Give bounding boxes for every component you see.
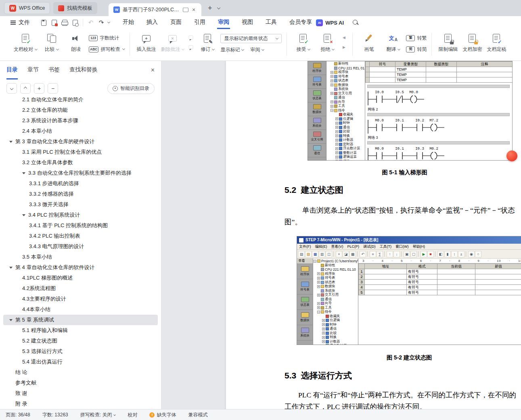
body-text-line[interactable]: 工作方式下，PLC 进行调试的操作方法不同。	[285, 402, 426, 409]
tab-wps-home[interactable]: W WPS Office	[4, 2, 50, 14]
menu-item[interactable]: 工具	[265, 16, 278, 29]
section-heading-5-3[interactable]: 5.3 选择运行方式	[285, 370, 352, 381]
body-text-line[interactable]: PLC 有“运行”和“停止”两种工作方式。在不同的工作方式下，在不同的	[298, 390, 516, 400]
export-pdf-icon[interactable]	[49, 18, 59, 27]
tab-template-store[interactable]: 找稿壳模板	[53, 2, 97, 14]
toc-item[interactable]: 3.2 立体仓库具体参数	[3, 157, 158, 168]
undo-icon[interactable]: ↶	[86, 18, 96, 27]
finalize-doc-button[interactable]: ✓ 文档定稿	[485, 32, 508, 54]
toc-item[interactable]: 4.4本章小结	[3, 304, 158, 315]
zoom-in-button[interactable]: +	[34, 83, 44, 94]
insert-comment-button[interactable]: + 插入批注	[135, 32, 157, 54]
toc-item[interactable]: 4.3主要程序的设计	[3, 294, 158, 304]
print-icon[interactable]	[60, 18, 69, 27]
close-sidebar-icon[interactable]: ×	[151, 67, 155, 74]
toc-item[interactable]: 第 4 章自动化立体仓库的软件设计	[3, 262, 158, 273]
print-preview-icon[interactable]	[70, 18, 80, 27]
restrict-edit-button[interactable]: 限制编辑	[437, 32, 459, 54]
menu-item[interactable]: 会员专享	[289, 16, 313, 29]
translate-button[interactable]: 文A 翻译	[382, 32, 404, 54]
smart-toc-button[interactable]: 智能识别目录	[107, 83, 155, 94]
body-text-line[interactable]: 图”。	[285, 217, 302, 227]
tab-list-chevron-icon[interactable]	[218, 3, 220, 10]
markup-state-select[interactable]: 显示标记的最终状态	[220, 34, 282, 43]
toc-item[interactable]: 3.4.2 PLC 输出控制表	[3, 231, 158, 241]
menu-item[interactable]: 审阅	[217, 16, 230, 29]
new-tab-button[interactable]: +	[208, 4, 212, 13]
toc-item[interactable]: 3.1 采用 PLC 控制立体仓库的优点	[3, 147, 158, 157]
zoom-out-button[interactable]: −	[48, 83, 58, 94]
tab-document-active[interactable]: W 基于西门子S7-200PLC的智能 ×	[109, 3, 201, 16]
spell-check-status[interactable]: 拼写检查: 关闭	[80, 412, 116, 418]
figure-caption[interactable]: 图 5-2 建立状态图	[297, 354, 521, 361]
document-page[interactable]: 程序块 符号表 状态表	[226, 61, 521, 409]
encrypt-doc-button[interactable]: 文档加密	[461, 32, 483, 54]
toc-item[interactable]: 4.1PLC 梯形图的概述	[3, 273, 158, 283]
toc-item[interactable]: 致 谢	[3, 388, 158, 399]
previous-revision-icon[interactable]: ◀	[340, 34, 347, 40]
next-comment-icon[interactable]	[187, 44, 195, 50]
file-menu-button[interactable]: 文件	[6, 19, 35, 26]
toc-item[interactable]: 结 论	[3, 367, 158, 378]
spell-check-button[interactable]: ABC 拼写检查	[89, 45, 125, 53]
previous-comment-icon[interactable]	[187, 34, 195, 40]
toc-item[interactable]: 2.2 立体仓库的功能	[3, 105, 158, 115]
menu-item[interactable]: 引用	[193, 16, 206, 29]
toc-item[interactable]: 参考文献	[3, 378, 158, 388]
toc-item[interactable]: 5.2 建立状态图	[3, 336, 158, 346]
compare-button[interactable]: 比较	[40, 32, 63, 54]
toc-item[interactable]: 5.3 选择运行方式	[3, 346, 158, 357]
menu-item[interactable]: 开始	[122, 16, 135, 29]
toc-item[interactable]: 3.3.2 传感器的选择	[3, 189, 158, 199]
proofread-button[interactable]: 校对	[128, 412, 137, 418]
toc-item[interactable]: 5.1 程序输入和编辑	[3, 325, 158, 336]
collapse-all-button[interactable]	[20, 83, 31, 94]
redo-icon[interactable]: ↷	[96, 18, 106, 27]
show-markup-button[interactable]: 显示标记	[220, 46, 244, 53]
section-heading-5-2[interactable]: 5.2 建立状态图	[285, 184, 343, 196]
word-count-indicator[interactable]: 字数: 13263	[42, 412, 68, 418]
toc-item[interactable]: 3.4.3 电气原理图的设计	[3, 241, 158, 252]
track-changes-button[interactable]: ✎ 修订	[196, 32, 219, 54]
toc-item[interactable]: 3.4.1 基于 PLC 控制系统的结构图	[3, 220, 158, 231]
search-icon[interactable]	[353, 20, 359, 26]
toc-item[interactable]: 3.3.1 步进电机的选择	[3, 178, 158, 189]
sidebar-tab[interactable]: 目录	[6, 61, 18, 79]
wps-ai-button[interactable]: AI WPS AI	[316, 19, 344, 26]
missing-font-warning[interactable]: !缺失字体	[149, 412, 176, 418]
next-revision-icon[interactable]: ▶	[340, 44, 347, 50]
toc-item[interactable]: 4.2系统流程图	[3, 283, 158, 294]
toc-item[interactable]: 第 3 章自动化立体仓库的硬件设计	[3, 136, 158, 147]
figure-caption[interactable]: 图 5-1 输入梯形图	[297, 169, 513, 176]
read-aloud-button[interactable]: 朗读	[65, 32, 87, 54]
sidebar-tab[interactable]: 书签	[48, 61, 60, 79]
menu-item[interactable]: 插入	[146, 16, 159, 29]
notification-badge[interactable]	[506, 150, 517, 161]
page-indicator[interactable]: 页面: 36/48	[6, 412, 30, 418]
body-text-line[interactable]: 单击浏览条上的“状态图”按钮，执行菜单命令“监视”－“元件”－“状态	[302, 205, 515, 215]
figure-5-2-image[interactable]: STEP 7-Micro/WIN - Project1 - [状态表] 文件(F…	[297, 236, 521, 345]
chevron-down-icon[interactable]	[107, 21, 110, 23]
doc-proofing-button[interactable]: ✓ 文档校对	[12, 32, 39, 54]
toc-item[interactable]: 第 5 章 系统调试	[3, 315, 158, 325]
menu-item[interactable]: 页面	[169, 16, 182, 29]
toc-item[interactable]: 2.3 系统设计的基本步骤	[3, 115, 158, 126]
toc-item[interactable]: 3.3.3 微开关选择	[3, 199, 158, 210]
toc-item[interactable]: 3.4 PLC 控制系统设计	[3, 210, 158, 220]
save-icon[interactable]	[39, 18, 48, 27]
close-tab-icon[interactable]: ×	[192, 6, 195, 13]
to-simplified-button[interactable]: 简 转简	[406, 45, 427, 53]
sidebar-tab[interactable]: 章节	[27, 61, 39, 79]
sidebar-tab[interactable]: 查找和替换	[69, 61, 98, 79]
toc-item[interactable]: 3.5 本章小结	[3, 252, 158, 262]
accept-revision-button[interactable]: ✓ 接受	[292, 32, 314, 54]
review-pane-button[interactable]: 审阅	[250, 46, 264, 53]
toc-item[interactable]: 5.4 退出仿真运行	[3, 357, 158, 367]
reject-revision-button[interactable]: × 拒绝	[316, 32, 339, 54]
menu-item[interactable]: 视图	[241, 16, 254, 29]
pen-button[interactable]: 画笔	[358, 32, 380, 54]
to-traditional-button[interactable]: 繁 转繁	[406, 34, 427, 42]
delete-comment-button[interactable]: × 删除批注	[159, 32, 186, 54]
toc-item[interactable]: 3.3 自动化立体仓库控制系统主要部件的选择	[3, 168, 158, 178]
word-count-button[interactable]: 123 字数统计	[89, 34, 125, 42]
